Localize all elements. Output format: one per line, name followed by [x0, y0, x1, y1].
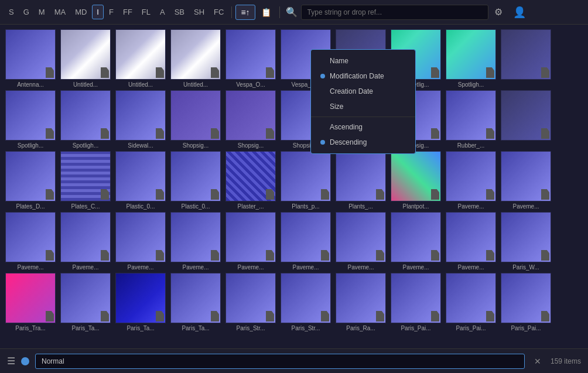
- tab-A[interactable]: A: [156, 5, 169, 19]
- sort-name[interactable]: Name: [311, 53, 415, 69]
- tab-MA[interactable]: MA: [50, 5, 70, 19]
- sort-dropdown: Name Modification Date Creation Date Siz…: [310, 49, 416, 154]
- list-item[interactable]: Paris_Tra...: [5, 273, 56, 331]
- list-item[interactable]: Shopsig...: [225, 90, 276, 149]
- list-item[interactable]: Untitled...: [60, 29, 111, 88]
- radio-selected: [320, 74, 325, 78]
- radio-empty4: [320, 125, 325, 129]
- list-item[interactable]: Paris_Ta...: [170, 273, 221, 331]
- tile-label: Paveme...: [60, 264, 111, 271]
- tab-SB[interactable]: SB: [170, 5, 189, 19]
- sort-creation-date[interactable]: Creation Date: [311, 84, 415, 99]
- list-item[interactable]: Paris_Pai...: [390, 273, 442, 331]
- list-item[interactable]: Paris_Ta...: [115, 273, 166, 331]
- tile-label: Untitled...: [170, 81, 221, 88]
- list-item[interactable]: Plantpot...: [390, 151, 442, 210]
- list-item[interactable]: Plates_C...: [60, 151, 111, 210]
- list-item[interactable]: [500, 90, 552, 149]
- tab-FL[interactable]: FL: [138, 5, 155, 19]
- list-item[interactable]: Paveme...: [445, 212, 497, 271]
- tile-label: Paveme...: [225, 264, 276, 271]
- list-item[interactable]: Plants_...: [335, 151, 387, 210]
- tile-label: Paveme...: [5, 264, 56, 271]
- tile-label: Antenna...: [5, 81, 56, 88]
- list-item[interactable]: Plants_p...: [280, 151, 331, 210]
- sort-descending[interactable]: Descending: [311, 135, 415, 150]
- list-item[interactable]: Sidewal...: [115, 90, 166, 149]
- list-item[interactable]: Spotligh...: [5, 90, 56, 149]
- list-item[interactable]: Paris_Str...: [225, 273, 276, 331]
- list-item[interactable]: Paveme...: [225, 212, 276, 271]
- list-item[interactable]: Plaster_...: [225, 151, 276, 210]
- list-item[interactable]: Shopsig...: [170, 90, 221, 149]
- list-item[interactable]: Rubber_...: [445, 90, 497, 149]
- tile-label: Spotligh...: [60, 142, 111, 149]
- list-item[interactable]: Untitled...: [115, 29, 166, 88]
- user-button[interactable]: 👤: [508, 4, 531, 21]
- tile-label: Spotligh...: [5, 142, 56, 149]
- tile-label: Shopsig...: [170, 142, 221, 149]
- radio-empty3: [320, 104, 325, 109]
- radio-selected2: [320, 140, 325, 145]
- tile-label: Spotligh...: [446, 81, 496, 88]
- tile-label: Paveme...: [446, 203, 496, 210]
- tab-F[interactable]: F: [105, 5, 118, 19]
- list-item[interactable]: Paveme...: [500, 151, 552, 210]
- list-item[interactable]: Spotligh...: [445, 29, 497, 88]
- list-item[interactable]: Paris_W...: [500, 212, 552, 271]
- search-input[interactable]: [301, 5, 488, 20]
- sort-ascending[interactable]: Ascending: [311, 119, 415, 135]
- tab-FC[interactable]: FC: [210, 5, 228, 19]
- list-item[interactable]: Paveme...: [335, 212, 387, 271]
- radio-empty2: [320, 89, 325, 94]
- tile-label: Plants_...: [336, 203, 386, 210]
- list-item[interactable]: [500, 29, 552, 88]
- tab-SH[interactable]: SH: [190, 5, 208, 19]
- tab-S[interactable]: S: [5, 5, 18, 19]
- filter-input[interactable]: [35, 354, 525, 369]
- list-item[interactable]: Paris_Ra...: [335, 273, 387, 331]
- list-item[interactable]: Paveme...: [445, 151, 497, 210]
- tile-label: Paris_Pai...: [391, 325, 441, 331]
- separator: [231, 6, 232, 18]
- sort-modification-date[interactable]: Modification Date: [311, 69, 415, 84]
- tab-G[interactable]: G: [19, 5, 33, 19]
- tab-I[interactable]: I: [92, 5, 104, 19]
- list-item[interactable]: Paris_Pai...: [445, 273, 497, 331]
- list-item[interactable]: Paveme...: [390, 212, 442, 271]
- list-item[interactable]: Vespa_O...: [225, 29, 276, 88]
- asset-grid-area: Antenna...Untitled...Untitled...Untitled…: [0, 25, 588, 348]
- tile-label: Paveme...: [170, 264, 221, 271]
- tile-label: Paveme...: [501, 203, 551, 210]
- tile-label: Paris_Ta...: [115, 325, 166, 331]
- list-item[interactable]: Paveme...: [280, 212, 331, 271]
- list-item[interactable]: Untitled...: [170, 29, 221, 88]
- library-button[interactable]: 📋: [257, 5, 276, 19]
- list-item[interactable]: Paris_Ta...: [60, 273, 111, 331]
- tile-label: Paveme...: [446, 264, 496, 271]
- list-item[interactable]: Plastic_0...: [115, 151, 166, 210]
- status-dot[interactable]: [21, 357, 29, 365]
- tab-MD[interactable]: MD: [71, 5, 91, 19]
- tile-label: Paris_Str...: [225, 325, 276, 331]
- clear-filter-button[interactable]: ✕: [531, 355, 545, 367]
- list-item[interactable]: Spotligh...: [60, 90, 111, 149]
- list-item[interactable]: Paveme...: [170, 212, 221, 271]
- tab-FF[interactable]: FF: [119, 5, 136, 19]
- tile-label: Paris_Str...: [281, 325, 331, 331]
- list-item[interactable]: Plates_D...: [5, 151, 56, 210]
- list-item[interactable]: Paris_Str...: [280, 273, 331, 331]
- list-item[interactable]: Paveme...: [5, 212, 56, 271]
- tile-label: Paveme...: [281, 264, 331, 271]
- sort-button[interactable]: ≡↑: [235, 5, 255, 20]
- list-item[interactable]: Antenna...: [5, 29, 56, 88]
- sort-size[interactable]: Size: [311, 99, 415, 114]
- tile-label: Paveme...: [115, 264, 166, 271]
- list-item[interactable]: Plastic_0...: [170, 151, 221, 210]
- list-item[interactable]: Paveme...: [115, 212, 166, 271]
- list-item[interactable]: Paris_Pai...: [500, 273, 552, 331]
- list-view-icon[interactable]: ☰: [7, 355, 15, 367]
- list-item[interactable]: Paveme...: [60, 212, 111, 271]
- tab-M[interactable]: M: [35, 5, 49, 19]
- settings-button[interactable]: ⚙: [490, 4, 507, 20]
